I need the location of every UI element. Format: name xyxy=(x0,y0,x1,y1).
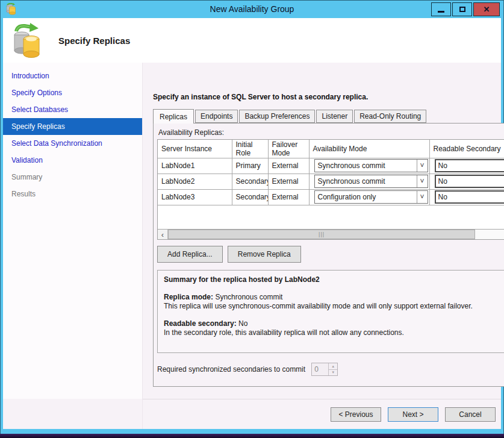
col-header-server-instance[interactable]: Server Instance xyxy=(158,140,232,158)
replicas-table: Server Instance Initial Role Failover Mo… xyxy=(158,140,504,205)
footer-spacer xyxy=(3,399,143,429)
dropdown-value: Configuration only xyxy=(315,193,417,201)
chevron-down-icon[interactable] xyxy=(417,160,428,172)
cell-failover-mode: External xyxy=(268,189,309,205)
desktop-edge-strip xyxy=(0,434,504,438)
cell-failover-mode: External xyxy=(268,158,309,174)
cell-availability-mode: Synchronous commit xyxy=(309,174,429,189)
replica-actions: Add Replica... Remove Replica xyxy=(157,246,504,263)
replicas-database-icon xyxy=(11,23,43,58)
cell-initial-role: Primary xyxy=(232,158,268,174)
summary-title: Summary for the replica hosted by LabNod… xyxy=(164,275,504,284)
titlebar[interactable]: New Availability Group xyxy=(3,0,501,18)
cell-initial-role: Secondary xyxy=(232,174,268,189)
cell-server-instance[interactable]: LabNode2 xyxy=(158,174,232,189)
cell-readable-secondary: No xyxy=(429,189,504,205)
cell-failover-mode: External xyxy=(268,174,309,189)
close-button[interactable] xyxy=(473,2,500,16)
add-replica-button[interactable]: Add Replica... xyxy=(157,246,223,263)
sidebar-item-specify-options[interactable]: Specify Options xyxy=(3,84,142,101)
maximize-button[interactable] xyxy=(452,2,472,16)
tab-backup-preferences[interactable]: Backup Preferences xyxy=(239,110,315,123)
tab-strip: Replicas Endpoints Backup Preferences Li… xyxy=(153,109,504,123)
readable-secondary-dropdown[interactable]: No xyxy=(435,159,504,172)
window-title: New Availability Group xyxy=(3,4,501,14)
wizard-footer: < Previous Next > Cancel xyxy=(3,399,501,429)
cell-readable-secondary: No xyxy=(429,174,504,189)
cell-server-instance[interactable]: LabNode3 xyxy=(158,189,232,205)
readable-secondary-dropdown[interactable]: No xyxy=(435,190,504,204)
col-header-availability-mode[interactable]: Availability Mode xyxy=(309,140,429,158)
table-row[interactable]: LabNode3 Secondary External Configuratio… xyxy=(158,189,504,205)
spinner-value: 0 xyxy=(312,363,328,375)
col-header-initial-role[interactable]: Initial Role xyxy=(232,140,268,158)
col-header-failover-mode[interactable]: Failover Mode xyxy=(268,140,309,158)
page-title: Specify Replicas xyxy=(58,36,130,46)
cell-server-instance[interactable]: LabNode1 xyxy=(158,158,232,174)
cell-availability-mode: Synchronous commit xyxy=(309,158,429,174)
col-header-readable-secondary[interactable]: Readable Secondary xyxy=(429,140,504,158)
spinner-up-icon[interactable] xyxy=(329,363,337,370)
chevron-down-icon[interactable] xyxy=(417,191,428,203)
help-row: Help xyxy=(153,67,504,78)
minimize-icon xyxy=(438,11,444,13)
table-header-row: Server Instance Initial Role Failover Mo… xyxy=(158,140,504,158)
window-controls xyxy=(431,2,501,16)
tab-read-only-routing[interactable]: Read-Only Routing xyxy=(354,110,426,123)
dropdown-value: Synchronous commit xyxy=(315,161,417,170)
horizontal-scrollbar[interactable] xyxy=(158,229,504,239)
cell-readable-secondary: No xyxy=(429,158,504,174)
replica-summary-panel: Summary for the replica hosted by LabNod… xyxy=(157,270,504,353)
availability-replicas-label: Availability Replicas: xyxy=(158,128,504,137)
minimize-button[interactable] xyxy=(431,2,451,16)
tab-endpoints[interactable]: Endpoints xyxy=(195,110,238,123)
dropdown-value: Synchronous commit xyxy=(315,177,417,186)
replicas-grid-container: Server Instance Initial Role Failover Mo… xyxy=(157,139,504,240)
availability-mode-dropdown[interactable]: Configuration only xyxy=(314,190,428,204)
replica-mode-line: Replica mode: Synchronous commit xyxy=(164,293,504,302)
readable-secondary-dropdown[interactable]: No xyxy=(435,175,504,188)
sidebar-item-select-databases[interactable]: Select Databases xyxy=(3,101,142,118)
replica-mode-value: Synchronous commit xyxy=(215,293,282,301)
wizard-steps-sidebar: Introduction Specify Options Select Data… xyxy=(3,63,143,399)
spinner-arrows xyxy=(328,363,337,375)
scrollbar-thumb[interactable] xyxy=(168,230,475,239)
remove-replica-button[interactable]: Remove Replica xyxy=(228,246,301,263)
close-icon xyxy=(484,5,490,14)
replica-mode-description: This replica will use synchronous-commit… xyxy=(164,302,504,311)
readable-secondary-line: Readable secondary: No xyxy=(164,319,504,328)
sidebar-item-select-data-sync[interactable]: Select Data Synchronization xyxy=(3,135,142,152)
spinner-down-icon[interactable] xyxy=(329,370,337,376)
required-secondaries-label: Required synchronized secondaries to com… xyxy=(157,365,305,374)
previous-button[interactable]: < Previous xyxy=(331,407,381,422)
wizard-body: Introduction Specify Options Select Data… xyxy=(3,63,501,399)
required-secondaries-spinner[interactable]: 0 xyxy=(311,363,338,376)
main-content: Help Specify an instance of SQL Server t… xyxy=(143,63,504,399)
table-row[interactable]: LabNode2 Secondary External Synchronous … xyxy=(158,174,504,189)
sidebar-item-validation[interactable]: Validation xyxy=(3,152,142,169)
next-button[interactable]: Next > xyxy=(388,407,438,422)
sidebar-item-summary: Summary xyxy=(3,169,142,186)
scrollbar-track[interactable] xyxy=(168,230,504,239)
cell-availability-mode: Configuration only xyxy=(309,189,429,205)
sidebar-item-results: Results xyxy=(3,186,142,202)
readable-secondary-label: Readable secondary: xyxy=(164,319,237,328)
tab-listener[interactable]: Listener xyxy=(316,110,353,123)
scrollbar-grip-icon xyxy=(319,231,325,237)
readable-secondary-description: In the secondary role, this availability… xyxy=(164,328,504,337)
cancel-button[interactable]: Cancel xyxy=(445,407,496,422)
readable-secondary-value: No xyxy=(238,319,247,328)
table-row[interactable]: LabNode1 Primary External Synchronous co… xyxy=(158,158,504,174)
availability-mode-dropdown[interactable]: Synchronous commit xyxy=(314,175,428,188)
scroll-left-arrow[interactable] xyxy=(158,230,168,239)
sidebar-item-introduction[interactable]: Introduction xyxy=(3,67,142,84)
chevron-down-icon[interactable] xyxy=(417,175,428,187)
window: New Availability Group Specify Replicas xyxy=(0,0,504,438)
sidebar-item-specify-replicas[interactable]: Specify Replicas xyxy=(3,118,142,135)
wizard-header: Specify Replicas xyxy=(3,18,501,63)
availability-mode-dropdown[interactable]: Synchronous commit xyxy=(314,159,428,172)
tab-replicas[interactable]: Replicas xyxy=(153,109,194,124)
footer-buttons: < Previous Next > Cancel xyxy=(143,399,501,429)
maximize-icon xyxy=(459,7,465,12)
replica-mode-label: Replica mode: xyxy=(164,293,213,301)
